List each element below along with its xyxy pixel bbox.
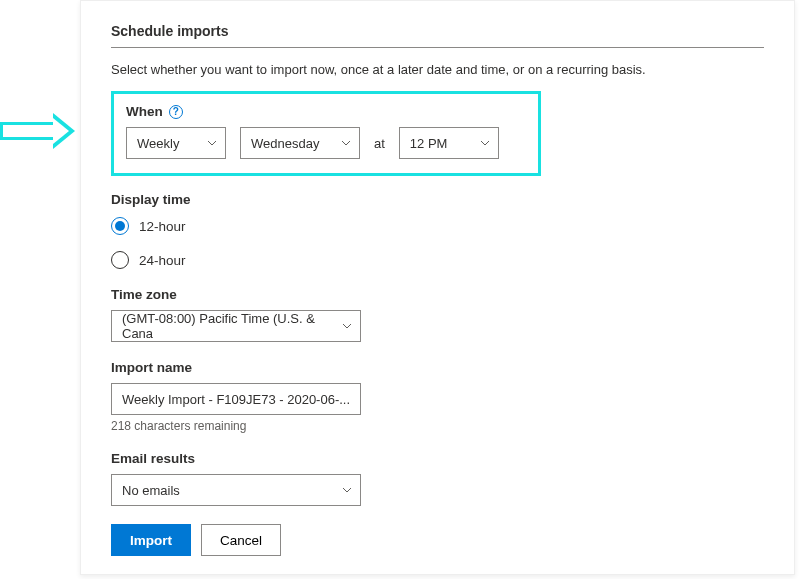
day-select[interactable]: Wednesday: [240, 127, 360, 159]
radio-12-hour[interactable]: 12-hour: [111, 217, 764, 235]
import-name-input[interactable]: Weekly Import - F109JE73 - 2020-06-...: [111, 383, 361, 415]
import-button[interactable]: Import: [111, 524, 191, 556]
time-select[interactable]: 12 PM: [399, 127, 499, 159]
frequency-select[interactable]: Weekly: [126, 127, 226, 159]
time-zone-value: (GMT-08:00) Pacific Time (U.S. & Cana: [122, 311, 332, 341]
help-icon[interactable]: ?: [169, 105, 183, 119]
cancel-button[interactable]: Cancel: [201, 524, 281, 556]
time-zone-section: Time zone (GMT-08:00) Pacific Time (U.S.…: [111, 287, 764, 342]
import-name-hint: 218 characters remaining: [111, 419, 764, 433]
radio-24-label: 24-hour: [139, 253, 186, 268]
email-results-label: Email results: [111, 451, 764, 466]
email-results-section: Email results No emails: [111, 451, 764, 506]
divider: [111, 47, 764, 48]
display-time-section: Display time 12-hour 24-hour: [111, 192, 764, 269]
email-results-value: No emails: [122, 483, 180, 498]
chevron-down-icon: [207, 138, 217, 148]
chevron-down-icon: [480, 138, 490, 148]
panel-description: Select whether you want to import now, o…: [111, 62, 764, 77]
import-name-section: Import name Weekly Import - F109JE73 - 2…: [111, 360, 764, 433]
day-value: Wednesday: [251, 136, 319, 151]
panel-title: Schedule imports: [111, 23, 764, 39]
callout-arrow: [0, 112, 75, 152]
email-results-select[interactable]: No emails: [111, 474, 361, 506]
at-label: at: [374, 136, 385, 151]
when-label: When: [126, 104, 163, 119]
schedule-imports-panel: Schedule imports Select whether you want…: [80, 0, 795, 575]
chevron-down-icon: [342, 485, 352, 495]
radio-indicator: [111, 217, 129, 235]
import-name-label: Import name: [111, 360, 764, 375]
chevron-down-icon: [342, 321, 352, 331]
time-value: 12 PM: [410, 136, 448, 151]
radio-indicator: [111, 251, 129, 269]
time-zone-select[interactable]: (GMT-08:00) Pacific Time (U.S. & Cana: [111, 310, 361, 342]
when-highlight: When ? Weekly Wednesday at: [111, 91, 541, 176]
display-time-label: Display time: [111, 192, 764, 207]
when-label-row: When ?: [126, 104, 526, 119]
frequency-value: Weekly: [137, 136, 179, 151]
time-zone-label: Time zone: [111, 287, 764, 302]
radio-12-label: 12-hour: [139, 219, 186, 234]
chevron-down-icon: [341, 138, 351, 148]
import-name-value: Weekly Import - F109JE73 - 2020-06-...: [122, 392, 350, 407]
radio-24-hour[interactable]: 24-hour: [111, 251, 764, 269]
